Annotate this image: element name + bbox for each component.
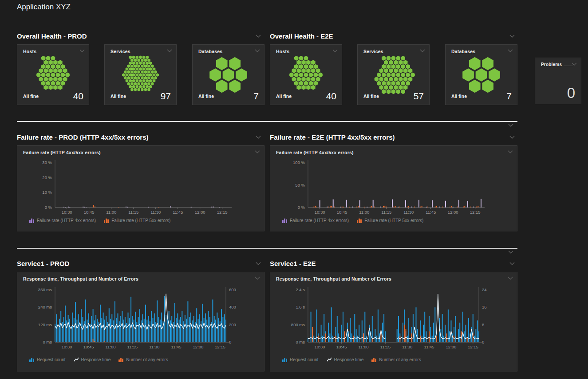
- health-tile-hosts-e2e[interactable]: HostsAll fine40: [270, 44, 342, 105]
- hexagon-healthy: [65, 73, 70, 78]
- chevron-down-icon[interactable]: [420, 49, 425, 52]
- status-badge: All fine: [451, 94, 467, 99]
- hexagon-healthy: [151, 76, 154, 80]
- hexagon-healthy: [396, 89, 400, 94]
- x-axis-tick: 11:00: [106, 210, 116, 215]
- legend-item-failure-rate-http-5xx-errors-[interactable]: Failure rate (HTTP 5xx errors): [104, 218, 170, 223]
- hexagon-healthy: [146, 56, 149, 59]
- y-axis-tick-right: 0: [482, 340, 484, 344]
- hexagon-healthy: [63, 77, 67, 82]
- chevron-down-icon[interactable]: [255, 262, 261, 266]
- chart-tile-service1-prod[interactable]: Response time, Throughput and Number of …: [17, 272, 264, 371]
- hexagon-healthy: [41, 73, 46, 78]
- hexagon-healthy: [132, 79, 135, 82]
- chart-legend: Request countResponse timeNumber of any …: [29, 357, 168, 362]
- hexagon-healthy: [216, 57, 228, 70]
- series-failure-rate-http-5xx-errors-: [313, 206, 478, 207]
- chevron-down-icon[interactable]: [509, 262, 515, 266]
- hexagon-healthy: [146, 79, 149, 82]
- hexagon-healthy: [396, 73, 400, 78]
- health-tile-databases-prod[interactable]: DatabasesAll fine7: [192, 44, 264, 105]
- hexagon-healthy: [58, 77, 63, 82]
- hexagon-healthy: [137, 64, 140, 68]
- section-header-service1-prod: Service1 - PROD: [17, 260, 69, 267]
- hexagon-healthy: [130, 59, 134, 62]
- entity-count: 40: [73, 91, 83, 102]
- legend-item-failure-rate-http-4xx-errors-[interactable]: Failure rate (HTTP 4xx errors): [282, 218, 349, 223]
- hexagon-healthy: [51, 64, 55, 69]
- y-axis-tick-left: 2.4 s: [296, 287, 305, 292]
- y-axis-tick-left: 0 %: [298, 205, 305, 210]
- chevron-down-icon[interactable]: [508, 124, 514, 127]
- legend-item-failure-rate-http-5xx-errors-[interactable]: Failure rate (HTTP 5xx errors): [357, 218, 423, 223]
- x-axis-tick: 11:30: [150, 210, 161, 215]
- legend-item-request-count[interactable]: Request count: [29, 357, 66, 362]
- legend-item-number-of-any-errors[interactable]: Number of any errors: [371, 357, 421, 362]
- hexagon-healthy: [403, 68, 408, 73]
- hexagon-healthy: [410, 73, 415, 78]
- hexagon-healthy: [401, 64, 406, 69]
- hexagon-healthy: [144, 59, 147, 62]
- chevron-down-icon[interactable]: [79, 49, 85, 52]
- legend-item-response-time[interactable]: Response time: [74, 357, 111, 362]
- hexagon-healthy: [296, 77, 301, 82]
- x-axis-tick: 10:30: [61, 344, 72, 349]
- hexagon-healthy: [403, 60, 408, 65]
- legend-item-failure-rate-http-4xx-errors-[interactable]: Failure rate (HTTP 4xx errors): [29, 218, 96, 223]
- hexagon-healthy: [394, 77, 398, 82]
- hexagon-healthy: [141, 64, 144, 68]
- y-axis-tick-left: 0 %: [45, 205, 52, 210]
- hexagon-healthy: [391, 56, 395, 61]
- legend-item-response-time[interactable]: Response time: [327, 357, 364, 362]
- x-axis-tick: 12:00: [446, 344, 457, 349]
- hexagon-healthy: [136, 67, 139, 71]
- hexagon-healthy: [142, 79, 146, 82]
- bars-icon: [104, 218, 109, 223]
- hexagon-healthy: [147, 82, 150, 86]
- hexagon-healthy: [301, 85, 306, 90]
- hexagon-healthy: [299, 73, 303, 78]
- chevron-down-icon[interactable]: [255, 35, 261, 38]
- hexagon-healthy: [296, 60, 301, 65]
- hexagon-healthy: [144, 88, 147, 91]
- chevron-down-icon[interactable]: [508, 250, 514, 254]
- legend-item-request-count[interactable]: Request count: [282, 357, 319, 362]
- chevron-down-icon[interactable]: [255, 49, 260, 52]
- hexagon-healthy: [399, 77, 403, 82]
- hexagon-healthy: [147, 76, 150, 80]
- series-response-time: [308, 294, 479, 339]
- chevron-down-icon[interactable]: [255, 136, 261, 139]
- hexagon-healthy: [147, 70, 150, 74]
- health-tile-services-e2e[interactable]: ServicesAll fine57: [357, 44, 430, 105]
- chevron-down-icon[interactable]: [167, 49, 172, 52]
- health-tile-title: Databases: [451, 49, 475, 54]
- legend-item-number-of-any-errors[interactable]: Number of any errors: [118, 357, 168, 362]
- chevron-down-icon[interactable]: [509, 35, 515, 38]
- chart-tile-failure-rate-e2e[interactable]: Failure rate (HTTP 4xx/5xx errors) 100 %…: [270, 145, 517, 231]
- hexagon-healthy: [132, 62, 135, 65]
- health-tile-hosts-prod[interactable]: HostsAll fine40: [17, 44, 89, 105]
- hexagon-healthy: [142, 56, 146, 59]
- chevron-down-icon[interactable]: [332, 49, 338, 52]
- hexagon-healthy: [387, 89, 391, 94]
- legend-label: Failure rate (HTTP 5xx errors): [364, 218, 423, 223]
- chevron-down-icon[interactable]: [509, 136, 515, 139]
- x-axis-tick: 11:00: [359, 344, 369, 349]
- chevron-down-icon[interactable]: [572, 63, 577, 66]
- hexagon-healthy: [136, 79, 139, 82]
- hexagon-healthy: [406, 73, 410, 78]
- problems-tile[interactable]: Problems 0: [535, 58, 581, 104]
- hexagon-healthy: [379, 68, 384, 73]
- chart-tile-service1-e2e[interactable]: Response time, Throughput and Number of …: [270, 272, 517, 371]
- hexagon-healthy: [401, 56, 406, 61]
- hexagon-healthy: [43, 85, 48, 90]
- health-tile-databases-e2e[interactable]: DatabasesAll fine7: [445, 44, 517, 105]
- health-tile-title: Hosts: [276, 49, 289, 54]
- hexagon-healthy: [304, 73, 308, 78]
- chart-tile-failure-rate-prod[interactable]: Failure rate (HTTP 4xx/5xx errors) 30 %2…: [17, 145, 264, 231]
- hexagon-healthy: [130, 76, 134, 80]
- hexagon-healthy: [129, 56, 132, 59]
- health-tile-services-prod[interactable]: ServicesAll fine97: [104, 44, 177, 105]
- hexagon-healthy: [401, 81, 406, 86]
- chevron-down-icon[interactable]: [508, 49, 513, 52]
